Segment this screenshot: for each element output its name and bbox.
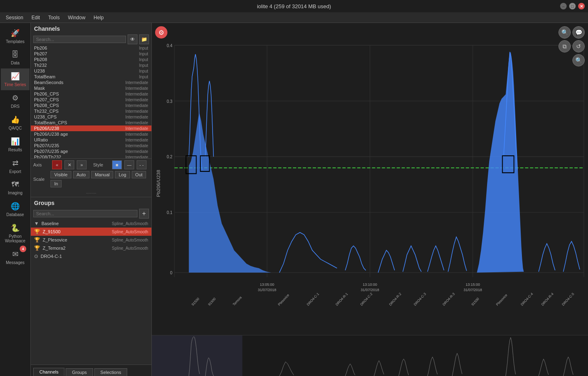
menu-help[interactable]: Help xyxy=(89,14,108,21)
channel-beamseconds[interactable]: BeamSeconds Intermediate xyxy=(31,80,151,85)
right-panel: ⚙ 🔍 💬 ⧉ ↺ 🔍 xyxy=(152,23,588,376)
channel-pb206[interactable]: Pb206 Input xyxy=(31,45,151,51)
group-dro4c1[interactable]: ⊙ DRO4-C-1 xyxy=(31,252,151,260)
minimize-button[interactable]: – xyxy=(560,3,567,9)
group-ztemora2[interactable]: 🏆 Z_Temora2 Spline_AutoSmooth xyxy=(31,244,151,252)
sidebar-item-database-label: Database xyxy=(7,212,24,217)
scale-buttons: Visible Auto Manual Log Out In xyxy=(50,171,149,187)
sidebar-item-timeseries[interactable]: 📈 Time Series xyxy=(1,68,30,90)
groups-search-input[interactable] xyxy=(33,210,137,217)
chart-top-row3: 🔍 xyxy=(558,54,585,66)
axis-label: Axis xyxy=(33,162,50,167)
imaging-icon: 🗺 xyxy=(11,180,19,189)
sidebar-item-data[interactable]: 🗄 Data xyxy=(1,47,30,68)
style-line-btn[interactable]: — xyxy=(124,160,134,169)
channel-th232[interactable]: Th232 Input xyxy=(31,62,151,68)
sidebar-item-templates[interactable]: 🚀 Templates xyxy=(1,25,30,47)
menu-edit[interactable]: Edit xyxy=(27,14,44,21)
scale-auto-btn[interactable]: Auto xyxy=(73,171,90,178)
tab-groups[interactable]: Groups xyxy=(66,368,93,376)
channel-pb208th232[interactable]: Pb208/Th232 Intermediate xyxy=(31,154,151,158)
channel-th232cps[interactable]: Th232_CPS Intermediate xyxy=(31,108,151,114)
sidebar-item-results[interactable]: 📊 Results xyxy=(1,134,30,155)
mini-chart xyxy=(152,335,588,376)
close-button[interactable]: ✕ xyxy=(578,3,585,9)
channel-totalbeamcps[interactable]: TotalBeam_CPS Intermediate xyxy=(31,120,151,125)
channel-pb206cps[interactable]: Pb206_CPS Intermediate xyxy=(31,91,151,97)
group-z91500[interactable]: 🏆 Z_91500 Spline_AutoSmooth xyxy=(31,228,151,236)
tab-selections[interactable]: Selections xyxy=(94,368,128,376)
tab-channels[interactable]: Channels xyxy=(33,368,64,376)
channel-u238[interactable]: U238 Input xyxy=(31,68,151,74)
drs-icon: ⚙ xyxy=(12,93,18,103)
chart-search-button[interactable]: 🔍 xyxy=(558,26,571,39)
export-icon: ⇄ xyxy=(12,159,18,168)
axis-next-btn[interactable]: » xyxy=(77,160,87,169)
style-dash-btn[interactable]: - - xyxy=(137,160,146,169)
chart-zoom-button[interactable]: 🔍 xyxy=(572,54,585,66)
axis-prev-btn[interactable]: « xyxy=(52,160,62,169)
mini-chart-svg xyxy=(152,335,588,376)
groups-section: Groups + ▼ Baseline Spline_AutoSmooth 🏆 … xyxy=(31,197,151,365)
menu-window[interactable]: Window xyxy=(64,14,89,21)
sidebar-item-drs[interactable]: ⚙ DRS xyxy=(1,90,30,112)
channel-pb207cps[interactable]: Pb207_CPS Intermediate xyxy=(31,97,151,103)
scale-log-btn[interactable]: Log xyxy=(115,171,130,178)
sidebar-item-data-label: Data xyxy=(11,61,19,65)
sidebar-item-export[interactable]: ⇄ Export xyxy=(1,155,30,177)
database-icon: 🌐 xyxy=(11,202,20,211)
channels-search-input[interactable] xyxy=(33,36,126,43)
chart-gear-button[interactable]: ⚙ xyxy=(155,26,167,39)
scale-visible-btn[interactable]: Visible xyxy=(50,171,71,178)
axis-x-btn[interactable]: ✕ xyxy=(64,160,74,169)
channel-pb206u238[interactable]: Pb206/U238 Intermediate xyxy=(31,125,151,131)
svg-text:31/07/2018: 31/07/2018 xyxy=(361,287,379,292)
group-baseline[interactable]: ▼ Baseline Spline_AutoSmooth xyxy=(31,219,151,228)
sidebar-item-database[interactable]: 🌐 Database xyxy=(1,198,30,220)
dro4c1-icon: ⊙ xyxy=(34,253,38,259)
z91500-icon: 🏆 xyxy=(34,229,40,235)
sidebar-item-templates-label: Templates xyxy=(6,39,25,44)
channel-pb208cps[interactable]: Pb208_CPS Intermediate xyxy=(31,103,151,108)
channel-totalbeam[interactable]: TotalBeam Input xyxy=(31,74,151,80)
scale-manual-btn[interactable]: Manual xyxy=(91,171,113,178)
groups-add-btn[interactable]: + xyxy=(139,209,149,219)
titlebar: iolite 4 (259 of 32014 MB used) – □ ✕ xyxy=(0,0,588,12)
style-fill-btn[interactable]: ■ xyxy=(112,160,122,169)
chart-rotate-button[interactable]: ↺ xyxy=(572,40,585,52)
channel-pb207u235age[interactable]: Pb207/U235 age Intermediate xyxy=(31,148,151,154)
scale-out-btn[interactable]: Out xyxy=(132,171,146,178)
chart-copy-button[interactable]: ⧉ xyxy=(558,40,571,52)
scale-in-btn[interactable]: In xyxy=(50,180,62,187)
channel-pb208[interactable]: Pb208 Input xyxy=(31,57,151,62)
channel-mask[interactable]: Mask Intermediate xyxy=(31,85,151,91)
channels-folder-btn[interactable]: 📁 xyxy=(139,34,149,44)
channels-view-btn[interactable]: 👁 xyxy=(128,34,137,44)
group-zplesovice[interactable]: 🏆 Z_Plesovice Spline_AutoSmooth xyxy=(31,236,151,244)
groups-search-bar: + xyxy=(31,208,151,219)
svg-text:13:10:00: 13:10:00 xyxy=(363,282,377,287)
chart-top-row1: 🔍 💬 xyxy=(558,26,585,39)
menu-tools[interactable]: Tools xyxy=(44,14,64,21)
sidebar-item-imaging[interactable]: 🗺 Imaging xyxy=(1,177,30,198)
axis-style-row: Axis « ✕ » Style ■ — - - xyxy=(33,160,149,169)
sidebar-item-messages[interactable]: ✉ Messages 4 xyxy=(1,246,30,268)
chart-bubble-button[interactable]: 💬 xyxy=(572,26,585,39)
menubar: Session Edit Tools Window Help xyxy=(0,12,588,23)
channel-pb206u238age[interactable]: Pb206/U238 age Intermediate xyxy=(31,131,151,137)
channels-header: Channels xyxy=(31,23,151,34)
groups-header: Groups xyxy=(31,197,151,208)
channel-u238cps[interactable]: U238_CPS Intermediate xyxy=(31,114,151,120)
maximize-button[interactable]: □ xyxy=(569,3,576,9)
sidebar-item-qaqc[interactable]: 👍 QA/QC xyxy=(1,112,30,134)
data-icon: 🗄 xyxy=(11,50,19,59)
menu-session[interactable]: Session xyxy=(2,14,27,21)
qaqc-icon: 👍 xyxy=(11,115,20,124)
chart-overlay-topleft: ⚙ xyxy=(155,26,167,39)
channels-search-bar: 👁 📁 xyxy=(31,34,151,45)
channel-pb207[interactable]: Pb207 Input xyxy=(31,51,151,57)
sidebar-item-python[interactable]: 🐍 Python Workspace xyxy=(1,220,30,246)
channel-uratio[interactable]: URatio Intermediate xyxy=(31,137,151,143)
svg-text:31/07/2018: 31/07/2018 xyxy=(258,287,276,292)
channel-pb207u235[interactable]: Pb207/U235 Intermediate xyxy=(31,143,151,148)
